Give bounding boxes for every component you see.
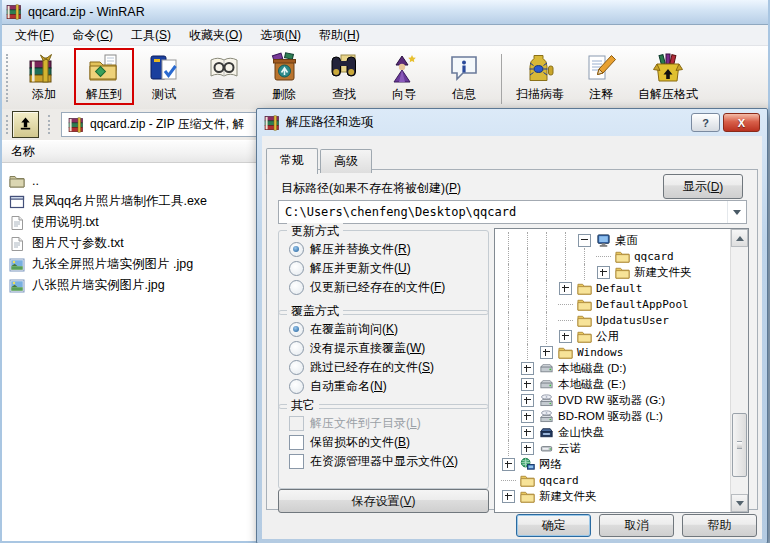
combo-dropdown-icon[interactable]	[727, 201, 746, 223]
plus-expander-icon[interactable]	[499, 488, 518, 504]
name-column-header[interactable]: 名称	[11, 143, 35, 160]
tab-advanced[interactable]: 高级	[320, 149, 372, 173]
radio-option[interactable]: 仅更新已经存在的文件(F)	[279, 278, 488, 297]
tree-item[interactable]: 云诺	[495, 440, 748, 456]
plus-expander-icon[interactable]	[594, 264, 613, 280]
help-button[interactable]: 帮助	[682, 514, 757, 537]
toolbar-button-2[interactable]: 测试	[134, 48, 194, 104]
dialog-help-button[interactable]: ?	[691, 113, 720, 132]
radio-icon[interactable]	[289, 379, 304, 394]
mini-drive-icon	[538, 440, 555, 456]
toolbar-button-1[interactable]: 解压到	[74, 48, 134, 105]
cancel-button[interactable]: 取消	[599, 514, 674, 537]
radio-icon[interactable]	[289, 360, 304, 375]
checkbox-option[interactable]: 保留损坏的文件(B)	[279, 433, 488, 452]
folder-icon	[519, 472, 536, 488]
tree-item[interactable]: BD-ROM 驱动器 (L:)	[495, 408, 748, 424]
tree-guide	[499, 296, 518, 312]
tree-item[interactable]: UpdatusUser	[495, 312, 748, 328]
tree-item[interactable]: 桌面	[495, 232, 748, 248]
save-settings-button[interactable]: 保存设置(V)	[278, 489, 489, 513]
minus-expander-icon[interactable]	[575, 232, 594, 248]
plus-expander-icon[interactable]	[499, 456, 518, 472]
checkbox-icon[interactable]	[289, 435, 304, 450]
menu-item-0[interactable]: 文件(F)	[6, 25, 63, 46]
checkbox-icon[interactable]	[289, 454, 304, 469]
tree-item[interactable]: DVD RW 驱动器 (G:)	[495, 392, 748, 408]
menu-item-1[interactable]: 命令(C)	[63, 25, 122, 46]
view-file-icon	[207, 51, 241, 85]
dialog-close-icon[interactable]: X	[723, 113, 760, 132]
toolbar-button-10[interactable]: 自解压格式	[631, 48, 705, 104]
toolbar-button-3[interactable]: 查看	[194, 48, 254, 104]
toolbar-button-0[interactable]: 添加	[14, 48, 74, 104]
scroll-up-icon[interactable]	[731, 229, 748, 247]
checkbox-option[interactable]: 解压文件到子目录(L)	[279, 414, 488, 433]
plus-expander-icon[interactable]	[518, 440, 537, 456]
folder-up-button[interactable]	[12, 111, 39, 138]
option-label: 解压文件到子目录(L)	[310, 415, 421, 432]
toolbar-button-7[interactable]: 信息	[434, 48, 494, 104]
toolbar-button-4[interactable]: 删除	[254, 48, 314, 104]
tree-item[interactable]: 本地磁盘 (D:)	[495, 360, 748, 376]
radio-option[interactable]: 跳过已经存在的文件(S)	[279, 358, 488, 377]
target-path-combobox[interactable]: C:\Users\chenfeng\Desktop\qqcard	[278, 200, 747, 224]
radio-icon[interactable]	[289, 242, 304, 257]
tree-guide	[518, 280, 537, 296]
tree-item[interactable]: DefaultAppPool	[495, 296, 748, 312]
plus-expander-icon[interactable]	[556, 328, 575, 344]
tree-item[interactable]: 新建文件夹	[495, 264, 748, 280]
tree-item[interactable]: 金山快盘	[495, 424, 748, 440]
expander-box	[521, 410, 534, 423]
radio-option[interactable]: 解压并替换文件(R)	[279, 240, 488, 259]
plus-expander-icon[interactable]	[518, 392, 537, 408]
toolbar-button-8[interactable]: 扫描病毒	[509, 48, 571, 104]
display-button[interactable]: 显示(D)	[663, 174, 743, 199]
tree-item[interactable]: 本地磁盘 (E:)	[495, 376, 748, 392]
plus-expander-icon[interactable]	[518, 408, 537, 424]
radio-icon[interactable]	[289, 341, 304, 356]
checkbox-option[interactable]: 在资源管理器中显示文件(X)	[279, 452, 488, 471]
radio-icon[interactable]	[289, 280, 304, 295]
toolbar-button-label: 自解压格式	[638, 86, 698, 103]
tree-connector	[556, 312, 575, 328]
tree-item[interactable]: qqcard	[495, 472, 748, 488]
menu-item-3[interactable]: 收藏夹(O)	[180, 25, 251, 46]
tree-item[interactable]: qqcard	[495, 248, 748, 264]
tree-guide	[575, 248, 594, 264]
tree-item-label: 金山快盘	[558, 425, 604, 440]
tree-item[interactable]: Default	[495, 280, 748, 296]
radio-option[interactable]: 自动重命名(N)	[279, 377, 488, 396]
tab-general[interactable]: 常规	[266, 148, 318, 174]
tree-scrollbar[interactable]	[730, 229, 748, 512]
dialog-winrar-icon	[264, 115, 280, 131]
menu-item-2[interactable]: 工具(S)	[122, 25, 180, 46]
plus-expander-icon[interactable]	[518, 376, 537, 392]
plus-expander-icon[interactable]	[556, 280, 575, 296]
radio-icon[interactable]	[289, 322, 304, 337]
scrollbar-thumb[interactable]	[732, 413, 747, 477]
radio-option[interactable]: 在覆盖前询问(K)	[279, 320, 488, 339]
radio-option[interactable]: 解压并更新文件(U)	[279, 259, 488, 278]
toolbar-button-6[interactable]: 向导	[374, 48, 434, 104]
tree-guide	[499, 408, 518, 424]
tree-item[interactable]: 新建文件夹	[495, 488, 748, 504]
menu-item-5[interactable]: 帮助(H)	[310, 25, 369, 46]
radio-option[interactable]: 没有提示直接覆盖(W)	[279, 339, 488, 358]
checkbox-icon[interactable]	[289, 416, 304, 431]
toolbar-button-9[interactable]: 注释	[571, 48, 631, 104]
target-path-value[interactable]: C:\Users\chenfeng\Desktop\qqcard	[279, 201, 727, 223]
tree-item[interactable]: 公用	[495, 328, 748, 344]
radio-icon[interactable]	[289, 261, 304, 276]
menu-item-4[interactable]: 选项(N)	[251, 25, 310, 46]
plus-expander-icon[interactable]	[518, 424, 537, 440]
rebar-grip[interactable]	[48, 115, 52, 134]
toolbar-button-5[interactable]: 查找	[314, 48, 374, 104]
plus-expander-icon[interactable]	[518, 360, 537, 376]
tree-item[interactable]: Windows	[495, 344, 748, 360]
tree-item[interactable]: 网络	[495, 456, 748, 472]
tree-guide	[537, 296, 556, 312]
ok-button[interactable]: 确定	[516, 514, 591, 537]
scroll-down-icon[interactable]	[731, 494, 748, 512]
plus-expander-icon[interactable]	[537, 344, 556, 360]
